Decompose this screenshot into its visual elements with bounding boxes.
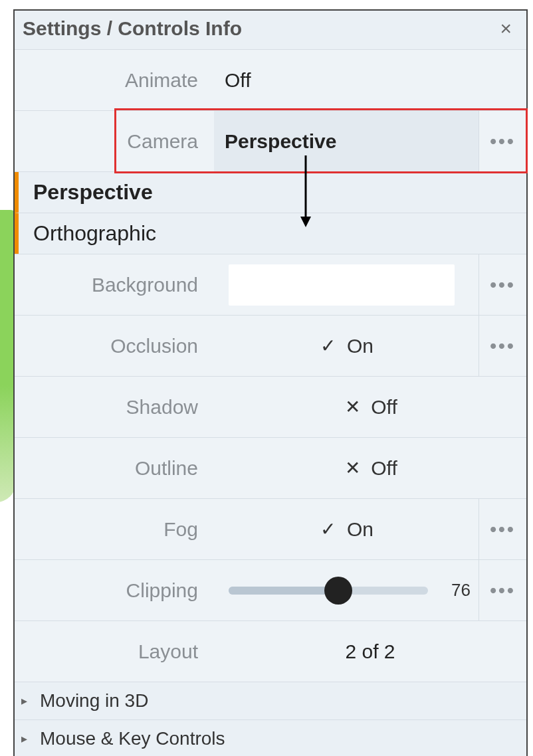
fog-more-button[interactable]: •••	[479, 499, 526, 559]
outline-value-text: Off	[371, 457, 397, 480]
row-fog: Fog ✓ On •••	[15, 499, 526, 560]
occlusion-value[interactable]: ✓ On	[214, 316, 479, 376]
settings-panel: Settings / Controls Info × Animate Off C…	[13, 9, 528, 756]
clipping-value: 76	[214, 560, 479, 620]
camera-value[interactable]: Perspective	[214, 111, 479, 171]
caret-right-icon: ▸	[21, 731, 32, 746]
fog-label: Fog	[15, 518, 214, 541]
row-clipping: Clipping 76 •••	[15, 560, 526, 621]
occlusion-value-text: On	[347, 335, 373, 357]
layout-value-text: 2 of 2	[345, 640, 395, 663]
row-camera: Camera Perspective •••	[15, 111, 526, 172]
camera-option-perspective[interactable]: Perspective	[15, 172, 526, 213]
animate-value[interactable]: Off	[214, 50, 526, 110]
section-moving-in-3d-label: Moving in 3D	[40, 690, 148, 711]
section-moving-in-3d[interactable]: ▸ Moving in 3D	[15, 682, 526, 720]
panel-titlebar: Settings / Controls Info ×	[15, 11, 526, 50]
camera-option-orthographic[interactable]: Orthographic	[15, 213, 526, 254]
caret-right-icon: ▸	[21, 694, 32, 708]
layout-value[interactable]: 2 of 2	[214, 621, 526, 682]
section-mouse-key-controls-label: Mouse & Key Controls	[40, 728, 225, 749]
camera-more-button[interactable]: •••	[479, 111, 526, 171]
clipping-more-button[interactable]: •••	[479, 560, 526, 620]
shadow-value[interactable]: ✕ Off	[214, 377, 526, 437]
clipping-slider-thumb[interactable]	[324, 577, 352, 605]
row-layout: Layout 2 of 2	[15, 621, 526, 682]
row-outline: Outline ✕ Off	[15, 438, 526, 499]
layout-label: Layout	[15, 640, 214, 663]
row-shadow: Shadow ✕ Off	[15, 377, 526, 438]
fog-value-text: On	[347, 518, 373, 541]
clipping-label: Clipping	[15, 579, 214, 602]
row-background: Background •••	[15, 254, 526, 316]
clipping-slider-fill	[229, 587, 338, 595]
check-icon: ✓	[319, 518, 338, 540]
camera-label: Camera	[15, 130, 214, 153]
close-icon[interactable]: ×	[497, 19, 514, 39]
cross-icon: ✕	[343, 457, 362, 479]
camera-dropdown: Perspective Orthographic	[15, 172, 526, 254]
section-mouse-key-controls[interactable]: ▸ Mouse & Key Controls	[15, 720, 526, 756]
row-occlusion: Occlusion ✓ On •••	[15, 316, 526, 377]
outline-label: Outline	[15, 457, 214, 480]
clipping-readout: 76	[444, 580, 471, 601]
camera-option-perspective-text: Perspective	[33, 180, 153, 205]
row-animate: Animate Off	[15, 50, 526, 111]
camera-option-orthographic-text: Orthographic	[33, 221, 156, 246]
shadow-label: Shadow	[15, 396, 214, 419]
occlusion-label: Occlusion	[15, 335, 214, 357]
animate-value-text: Off	[225, 69, 251, 92]
outline-value[interactable]: ✕ Off	[214, 438, 526, 498]
occlusion-more-button[interactable]: •••	[479, 316, 526, 376]
camera-value-text: Perspective	[225, 130, 336, 153]
background-label: Background	[15, 274, 214, 296]
clipping-slider[interactable]	[229, 587, 428, 595]
cross-icon: ✕	[343, 396, 362, 418]
background-swatch[interactable]	[229, 264, 455, 306]
panel-title: Settings / Controls Info	[23, 17, 242, 40]
shadow-value-text: Off	[371, 396, 397, 419]
background-more-button[interactable]: •••	[479, 254, 526, 315]
animate-label: Animate	[15, 69, 214, 92]
background-value[interactable]	[214, 254, 479, 315]
fog-value[interactable]: ✓ On	[214, 499, 479, 559]
check-icon: ✓	[319, 335, 338, 357]
